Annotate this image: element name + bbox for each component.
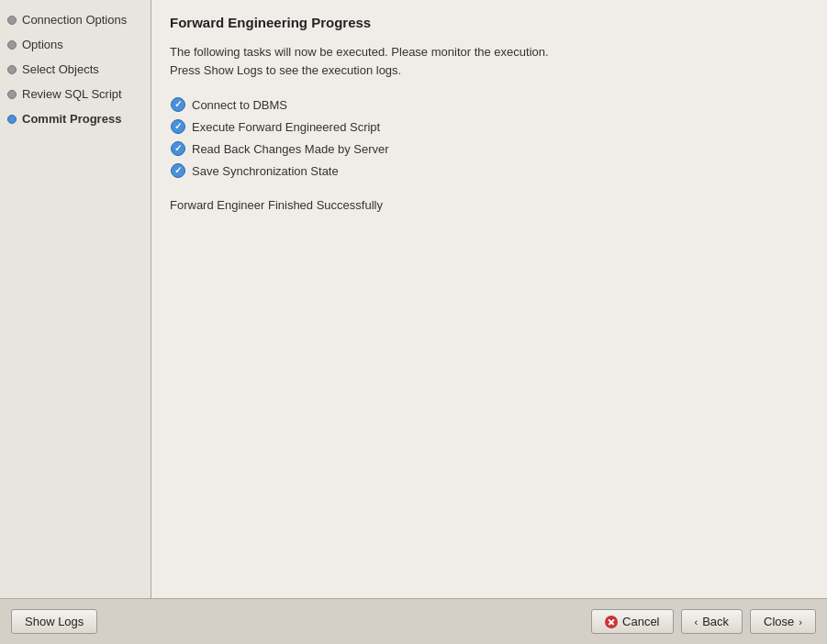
- cancel-label: Cancel: [622, 615, 659, 628]
- task-label: Connect to DBMS: [192, 98, 287, 112]
- success-message: Forward Engineer Finished Successfully: [170, 198, 809, 212]
- description-line2: Press Show Logs to see the execution log…: [170, 63, 401, 77]
- task-item-execute-script: Execute Forward Engineered Script: [170, 116, 809, 138]
- close-button[interactable]: Close ›: [750, 609, 816, 634]
- sidebar-item-select-objects[interactable]: Select Objects: [0, 57, 151, 82]
- page-title: Forward Engineering Progress: [170, 15, 809, 30]
- show-logs-button[interactable]: Show Logs: [11, 609, 97, 634]
- content-area: Forward Engineering Progress The followi…: [151, 0, 827, 598]
- back-label: Back: [702, 615, 729, 628]
- bullet-icon: [7, 40, 17, 50]
- task-label: Save Synchronization State: [192, 164, 339, 178]
- sidebar-item-label: Review SQL Script: [22, 87, 122, 101]
- cancel-button[interactable]: Cancel: [591, 609, 673, 634]
- sidebar-item-label: Connection Options: [22, 13, 127, 27]
- task-item-connect-dbms: Connect to DBMS: [170, 94, 809, 116]
- sidebar-item-options[interactable]: Options: [0, 32, 151, 57]
- description: The following tasks will now be executed…: [170, 43, 809, 79]
- footer: Show Logs Cancel ‹ Back Close ›: [0, 598, 827, 644]
- main-container: Connection Options Options Select Object…: [0, 0, 827, 598]
- sidebar-item-connection-options[interactable]: Connection Options: [0, 7, 151, 32]
- sidebar-item-label: Options: [22, 38, 63, 51]
- check-icon: [170, 162, 186, 179]
- bullet-icon: [7, 65, 17, 74]
- task-item-save-sync: Save Synchronization State: [170, 160, 809, 182]
- description-line1: The following tasks will now be executed…: [170, 45, 549, 59]
- check-icon: [170, 118, 186, 135]
- task-list: Connect to DBMS Execute Forward Engineer…: [170, 94, 809, 182]
- show-logs-label: Show Logs: [25, 615, 84, 628]
- close-label: Close: [764, 615, 794, 628]
- task-item-read-back: Read Back Changes Made by Server: [170, 138, 809, 160]
- bullet-icon: [7, 90, 17, 99]
- check-circle-icon: [171, 163, 185, 178]
- bullet-icon: [7, 115, 17, 124]
- check-circle-icon: [171, 119, 185, 134]
- check-icon: [170, 140, 186, 157]
- check-icon: [170, 96, 186, 113]
- sidebar-item-label: Commit Progress: [22, 112, 121, 126]
- back-arrow-icon: ‹: [695, 616, 698, 627]
- back-button[interactable]: ‹ Back: [681, 609, 743, 634]
- bullet-icon: [7, 16, 17, 25]
- sidebar-item-label: Select Objects: [22, 62, 99, 76]
- cancel-icon: [605, 616, 618, 628]
- task-label: Read Back Changes Made by Server: [192, 142, 389, 156]
- check-circle-icon: [171, 141, 185, 156]
- sidebar-item-review-sql-script[interactable]: Review SQL Script: [0, 82, 151, 106]
- check-circle-icon: [171, 97, 185, 112]
- close-arrow-icon: ›: [799, 616, 802, 627]
- sidebar-item-commit-progress[interactable]: Commit Progress: [0, 106, 151, 131]
- sidebar: Connection Options Options Select Object…: [0, 0, 151, 598]
- task-label: Execute Forward Engineered Script: [192, 120, 380, 134]
